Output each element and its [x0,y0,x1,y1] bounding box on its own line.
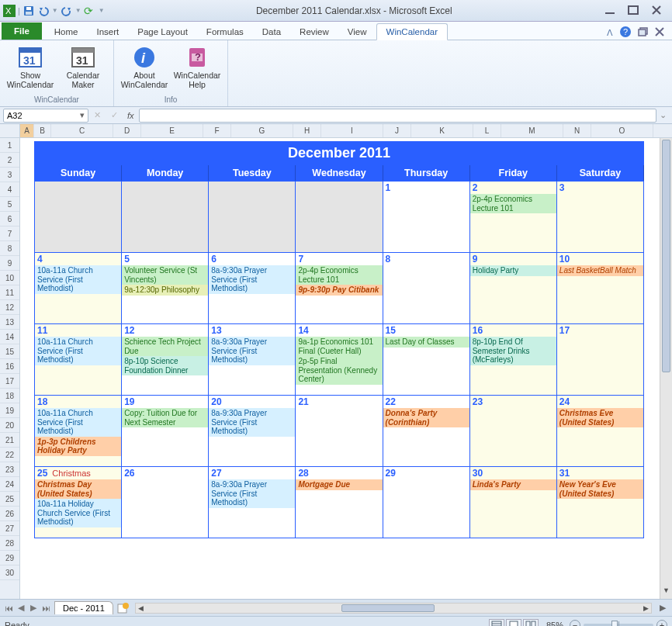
calendar-event[interactable]: 9a-12:30p Philosophy [122,285,208,296]
row-header[interactable]: 14 [0,330,19,344]
row-header[interactable]: 18 [0,389,19,403]
cancel-formula-icon[interactable]: ✕ [88,110,106,120]
calendar-cell[interactable]: 19Copy: Tuition Due for Next Semester [122,395,209,466]
horizontal-scroll-thumb[interactable] [341,604,435,612]
row-header[interactable]: 27 [0,521,19,536]
redo-dropdown-icon[interactable]: ▼ [75,7,81,14]
row-header[interactable]: 9 [0,256,19,271]
calendar-event[interactable]: Donna's Party (Corinthian) [383,408,469,427]
calendar-event[interactable]: Last BasketBall Match [557,265,643,276]
calendar-cell[interactable]: 410a-11a Church Service (First Methodist… [35,252,122,323]
scroll-right-end-icon[interactable]: ▶ [656,603,669,613]
row-header[interactable]: 23 [0,462,19,477]
scroll-down-icon[interactable]: ▼ [660,586,672,599]
about-wincalendar-button[interactable]: i About WinCalendar [120,43,168,91]
calendar-cell[interactable]: 68a-9:30a Prayer Service (First Methodis… [209,252,296,323]
tab-formulas[interactable]: Formulas [197,24,253,40]
calendar-event[interactable]: Christmas Eve (United States) [557,408,643,427]
calendar-cell[interactable]: 168p-10p End Of Semester Drinks (McFarle… [470,323,557,395]
row-header[interactable]: 5 [0,197,19,212]
maximize-icon[interactable] [627,5,639,17]
row-header[interactable]: 26 [0,507,19,521]
tab-wincalendar[interactable]: WinCalendar [376,23,448,40]
calendar-event[interactable]: Schience Tech Project Due [122,337,208,356]
calendar-cell[interactable] [122,181,209,252]
calendar-cell[interactable]: 3 [557,181,644,252]
calendar-event[interactable]: 10a-11a Church Service (First Methodist) [35,265,121,294]
calendar-cell[interactable]: 1 [383,181,470,252]
calendar-event[interactable]: 10a-11a Church Service (First Methodist) [35,408,121,437]
calendar-cell[interactable]: 1810a-11a Church Service (First Methodis… [35,395,122,466]
calendar-event[interactable]: Holiday Party [470,265,556,276]
calendar-cell[interactable]: 24Christmas Eve (United States) [557,395,644,466]
calendar-cell[interactable]: 5Volunteer Service (St Vincents)9a-12:30… [122,252,209,323]
calendar-event[interactable]: Volunteer Service (St Vincents) [122,265,208,285]
calendar-maker-button[interactable]: 31 Calendar Maker [59,43,107,91]
row-header[interactable]: 3 [0,168,19,182]
row-header[interactable]: 20 [0,418,19,433]
tab-data[interactable]: Data [253,24,290,40]
tab-page-layout[interactable]: Page Layout [128,24,197,40]
first-sheet-icon[interactable]: ⏮ [3,603,14,614]
calendar-cell[interactable]: 72p-4p Economics Lecture 1019p-9:30p Pay… [296,252,383,323]
calendar-event[interactable]: Christmas Day (United States) [35,479,121,499]
row-header[interactable]: 29 [0,551,19,565]
vertical-scroll-thumb[interactable] [662,140,670,372]
wincalendar-help-button[interactable]: ? WinCalendar Help [173,43,221,91]
calendar-cell[interactable]: 278a-9:30a Prayer Service (First Methodi… [209,466,296,538]
refresh-icon[interactable]: ⟳ [84,5,96,17]
minimize-icon[interactable] [604,5,616,17]
column-header[interactable]: H [293,124,321,137]
calendar-event[interactable]: Mortgage Due [296,479,382,490]
calendar-cell[interactable]: 138a-9:30a Prayer Service (First Methodi… [209,323,296,395]
help-icon[interactable]: ? [619,26,632,40]
column-header[interactable]: M [501,124,563,137]
row-header[interactable]: 13 [0,315,19,330]
page-break-view-icon[interactable] [523,619,539,627]
calendar-cell[interactable] [209,181,296,252]
calendar-cell[interactable]: 28Mortgage Due [296,466,383,538]
calendar-cell[interactable]: 17 [557,323,644,395]
calendar-event[interactable]: New Year's Eve (United States) [557,479,643,499]
row-header[interactable]: 15 [0,344,19,359]
next-sheet-icon[interactable]: ▶ [28,603,39,614]
tab-home[interactable]: Home [45,24,88,40]
calendar-event[interactable]: 9p-9:30p Pay Citibank [296,285,382,296]
row-header[interactable]: 16 [0,359,19,374]
calendar-cell[interactable]: 30Linda's Party [470,466,557,538]
calendar-cell[interactable]: 149a-1p Economics 101 Final (Cueter Hall… [296,323,383,395]
zoom-slider[interactable]: − + [570,620,667,627]
page-layout-view-icon[interactable] [506,619,521,627]
select-all-corner[interactable] [0,124,19,138]
calendar-event[interactable]: 2p-4p Economics Lecture 101 [470,194,556,213]
calendar-event[interactable]: 2p-4p Economics Lecture 101 [296,265,382,285]
zoom-level[interactable]: 85% [546,621,563,627]
column-header[interactable]: E [141,124,203,137]
qat-dropdown-icon[interactable]: ▼ [99,7,105,14]
expand-formula-bar-icon[interactable]: ⌄ [656,110,669,120]
calendar-cell[interactable]: 21 [296,395,383,466]
calendar-cell[interactable] [296,181,383,252]
last-sheet-icon[interactable]: ⏭ [40,603,51,614]
calendar-event[interactable]: 9a-1p Economics 101 Final (Cueter Hall) [296,337,382,356]
calendar-event[interactable]: 8p-10p Science Foundation Dinner [122,356,208,375]
row-header[interactable]: 4 [0,182,19,197]
row-header[interactable]: 1 [0,138,19,153]
show-wincalendar-button[interactable]: 31 Show WinCalendar [6,43,54,91]
column-header[interactable]: D [113,124,141,137]
row-header[interactable]: 7 [0,227,19,241]
restore-window-icon[interactable] [638,27,649,38]
calendar-event[interactable]: Copy: Tuition Due for Next Semester [122,408,208,427]
calendar-event[interactable]: 8a-9:30a Prayer Service (First Methodist… [209,265,295,294]
column-header[interactable]: J [383,124,411,137]
calendar-cell[interactable]: 31New Year's Eve (United States) [557,466,644,538]
zoom-out-icon[interactable]: − [570,620,580,627]
name-box[interactable]: A32 ▾ [3,109,88,123]
calendar-cell[interactable]: 22p-4p Economics Lecture 101 [470,181,557,252]
new-sheet-icon[interactable] [116,602,130,614]
calendar-cell[interactable]: 23 [470,395,557,466]
tab-file[interactable]: File [2,22,42,40]
column-header[interactable]: F [203,124,231,137]
row-header[interactable]: 22 [0,448,19,462]
row-header[interactable]: 25 [0,492,19,507]
